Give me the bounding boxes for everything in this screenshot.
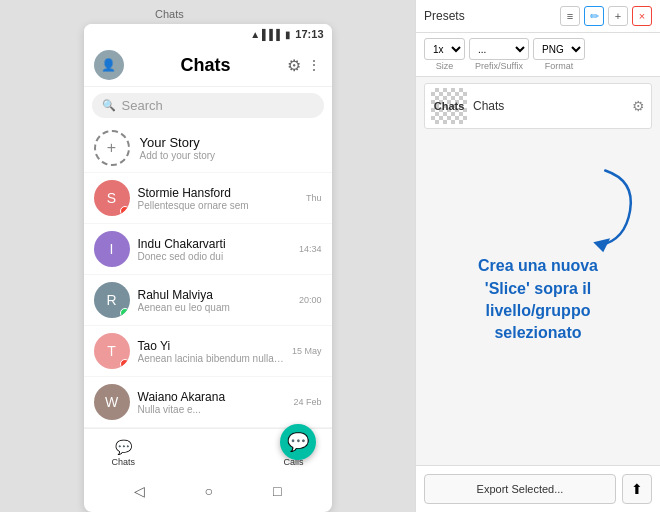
format-label: Format: [545, 61, 574, 71]
presets-actions: ≡ ✏ + ×: [560, 6, 652, 26]
recents-icon[interactable]: □: [273, 483, 281, 499]
chat-info: Tao Yi Aenean lacinia bibendum nulla sed…: [138, 339, 284, 364]
edit-button[interactable]: ✏: [584, 6, 604, 26]
export-selected-button[interactable]: Export Selected...: [424, 474, 616, 504]
annotation-text: Crea una nuova'Slice' sopra illivello/gr…: [478, 255, 598, 345]
avatar-initials: I: [110, 241, 114, 257]
back-icon[interactable]: ◁: [134, 483, 145, 499]
chat-item[interactable]: S Stormie Hansford Pellentesque ornare s…: [84, 173, 332, 224]
chat-time: 14:34: [299, 244, 322, 254]
chat-list: S Stormie Hansford Pellentesque ornare s…: [84, 173, 332, 428]
chat-info: Waiano Akarana Nulla vitae e...: [138, 390, 286, 415]
chat-preview: Aenean eu leo quam: [138, 302, 291, 313]
chat-info: Rahul Malviya Aenean eu leo quam: [138, 288, 291, 313]
avatar-initials: S: [107, 190, 116, 206]
chat-time: 24 Feb: [293, 397, 321, 407]
chat-avatar: I: [94, 231, 130, 267]
settings-icon[interactable]: ⚙: [287, 56, 301, 75]
svg-marker-0: [593, 238, 610, 252]
panel-label: Chats: [155, 8, 184, 20]
avatar-initials: T: [107, 343, 116, 359]
signal-icon: ▌▌▌: [262, 29, 283, 40]
format-select[interactable]: PNGJPGSVG: [533, 38, 585, 60]
status-bar: ▲ ▌▌▌ ▮ 17:13: [84, 24, 332, 44]
format-control: PNGJPGSVG Format: [533, 38, 585, 71]
compose-icon: 💬: [287, 431, 309, 453]
controls-row: 1x2x3x Size ... Prefix/Suffix PNGJPGSVG …: [416, 33, 660, 77]
chat-meta: Thu: [306, 193, 322, 203]
chat-time: 15 May: [292, 346, 322, 356]
add-story-icon: +: [107, 139, 116, 157]
presets-header: Presets ≡ ✏ + ×: [416, 0, 660, 33]
chat-item[interactable]: T Tao Yi Aenean lacinia bibendum nulla s…: [84, 326, 332, 377]
size-label: Size: [436, 61, 454, 71]
layer-thumb-text: Chats: [434, 100, 465, 112]
prefix-control: ... Prefix/Suffix: [469, 38, 529, 71]
header-actions: ⚙ ⋮: [287, 56, 321, 75]
chat-preview: Aenean lacinia bibendum nulla sed consec…: [138, 353, 284, 364]
size-select[interactable]: 1x2x3x: [424, 38, 465, 60]
header-avatar: 👤: [94, 50, 124, 80]
chat-name: Indu Chakarvarti: [138, 237, 291, 251]
layer-thumbnail: Chats: [431, 88, 467, 124]
more-icon[interactable]: ⋮: [307, 57, 321, 73]
chat-time: 20:00: [299, 295, 322, 305]
phone-header: 👤 Chats ⚙ ⋮: [84, 44, 332, 87]
chat-item[interactable]: I Indu Chakarvarti Donec sed odio dui 14…: [84, 224, 332, 275]
add-slice-button[interactable]: +: [608, 6, 628, 26]
chat-item[interactable]: R Rahul Malviya Aenean eu leo quam 20:00: [84, 275, 332, 326]
export-share-button[interactable]: ⬆: [622, 474, 652, 504]
chat-name: Waiano Akarana: [138, 390, 286, 404]
chat-meta: 24 Feb: [293, 397, 321, 407]
chat-name: Tao Yi: [138, 339, 284, 353]
search-placeholder: Search: [122, 98, 163, 113]
search-bar[interactable]: 🔍 Search: [92, 93, 324, 118]
story-text: Your Story Add to your story: [140, 135, 216, 161]
layer-preview[interactable]: Chats Chats ⚙: [424, 83, 652, 129]
chat-meta: 20:00: [299, 295, 322, 305]
chat-time: Thu: [306, 193, 322, 203]
chat-meta: 14:34: [299, 244, 322, 254]
presets-title: Presets: [424, 9, 465, 23]
chat-preview: Pellentesque ornare sem: [138, 200, 298, 211]
annotation-area: Crea una nuova'Slice' sopra illivello/gr…: [416, 135, 660, 465]
home-bar: ◁ ○ □: [84, 477, 332, 505]
layer-name: Chats: [473, 99, 504, 113]
story-name: Your Story: [140, 135, 216, 150]
size-control: 1x2x3x Size: [424, 38, 465, 71]
story-item[interactable]: + Your Story Add to your story: [84, 124, 332, 173]
chat-info: Stormie Hansford Pellentesque ornare sem: [138, 186, 298, 211]
chat-info: Indu Chakarvarti Donec sed odio dui: [138, 237, 291, 262]
layer-gear-icon[interactable]: ⚙: [632, 98, 645, 114]
export-footer: Export Selected... ⬆: [416, 465, 660, 512]
header-title: Chats: [180, 55, 230, 76]
right-panel: Presets ≡ ✏ + × 1x2x3x Size ... Prefix/S…: [415, 0, 660, 512]
avatar-initials: W: [105, 394, 118, 410]
prefix-select[interactable]: ...: [469, 38, 529, 60]
chat-name: Stormie Hansford: [138, 186, 298, 200]
phone-frame: ▲ ▌▌▌ ▮ 17:13 👤 Chats ⚙ ⋮ 🔍 Search +: [84, 24, 332, 512]
search-icon: 🔍: [102, 99, 116, 112]
status-time: 17:13: [295, 28, 323, 40]
chat-avatar: S: [94, 180, 130, 216]
wifi-icon: ▲: [250, 29, 260, 40]
compose-fab[interactable]: 💬: [280, 424, 316, 460]
nav-chats-label: Chats: [112, 457, 136, 467]
chat-preview: Nulla vitae e...: [138, 404, 286, 415]
close-button[interactable]: ×: [632, 6, 652, 26]
home-icon[interactable]: ○: [205, 483, 213, 499]
chat-avatar: R: [94, 282, 130, 318]
chat-avatar: W: [94, 384, 130, 420]
nav-chats[interactable]: 💬 Chats: [112, 439, 136, 467]
chat-avatar: T: [94, 333, 130, 369]
chat-preview: Donec sed odio dui: [138, 251, 291, 262]
filter-button[interactable]: ≡: [560, 6, 580, 26]
prefix-label: Prefix/Suffix: [475, 61, 523, 71]
story-sub: Add to your story: [140, 150, 216, 161]
left-panel: Chats ▲ ▌▌▌ ▮ 17:13 👤 Chats ⚙ ⋮ 🔍 Sear: [0, 0, 415, 512]
battery-icon: ▮: [285, 29, 291, 40]
chat-item[interactable]: W Waiano Akarana Nulla vitae e... 24 Feb: [84, 377, 332, 428]
chat-name: Rahul Malviya: [138, 288, 291, 302]
story-circle: +: [94, 130, 130, 166]
chat-nav-icon: 💬: [115, 439, 132, 455]
